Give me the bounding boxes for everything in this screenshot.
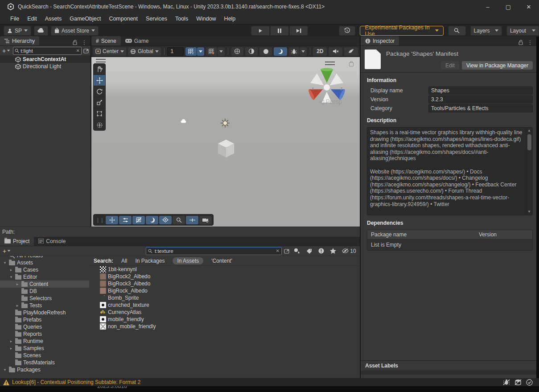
status-bar[interactable]: Lookup[6] - Contextual Positioning Subta… xyxy=(0,378,539,386)
clear-search-icon[interactable]: ✕ xyxy=(76,48,80,53)
field-value[interactable]: Tools/Particles & Effects xyxy=(428,104,533,112)
gizmo-lock-icon[interactable] xyxy=(349,62,354,66)
overlay-grip[interactable]: ❘❘ xyxy=(96,217,104,223)
tab-hierarchy[interactable]: Hierarchy xyxy=(0,36,39,45)
filter-option[interactable]: In Packages xyxy=(135,257,165,264)
filter-option[interactable]: All xyxy=(121,257,127,264)
audio-mute-toggle[interactable] xyxy=(329,47,342,56)
search-by-label-button[interactable] xyxy=(304,247,314,255)
tree-item[interactable]: TestMaterials xyxy=(0,359,89,366)
cube-object[interactable] xyxy=(218,140,234,157)
account-dropdown[interactable]: SP xyxy=(4,26,31,36)
tab-scene[interactable]: # Scene xyxy=(91,36,121,45)
view-options-overlay-toggle[interactable] xyxy=(119,216,132,224)
menu-item[interactable]: GameObject xyxy=(66,14,105,23)
shaded-wireframe-button[interactable] xyxy=(245,47,258,56)
camera-overlay-toggle[interactable] xyxy=(199,216,212,224)
search-by-import-log-button[interactable] xyxy=(316,247,326,255)
step-button[interactable] xyxy=(289,26,308,36)
hierarchy-item[interactable]: Directional Light ⋮ xyxy=(0,63,91,70)
hierarchy-item[interactable]: SearchContextAt ⋮ xyxy=(0,56,91,63)
tree-item[interactable]: Cases xyxy=(0,266,89,273)
gizmos-overlay-toggle[interactable] xyxy=(159,216,172,224)
debug-draw-button[interactable] xyxy=(289,47,299,56)
result-item[interactable]: non_mobile_friendly xyxy=(89,323,360,330)
tab-console[interactable]: Console xyxy=(34,236,70,246)
lock-icon[interactable] xyxy=(73,40,77,45)
grid-size-field[interactable]: 1 xyxy=(167,47,183,56)
result-item[interactable]: BigRock3_Albedo xyxy=(89,280,360,287)
grid-overlay-toggle[interactable] xyxy=(132,216,145,224)
tree-item[interactable]: Queries xyxy=(0,323,89,330)
lock-icon[interactable] xyxy=(518,40,523,45)
description-box[interactable]: Shapes is a real-time vector graphics li… xyxy=(367,127,533,215)
search-overlay-toggle[interactable] xyxy=(173,216,185,224)
2d-toggle[interactable]: 2D xyxy=(313,47,327,56)
menu-item[interactable]: Window xyxy=(192,14,220,23)
scene-visibility-button[interactable] xyxy=(259,47,272,56)
cache-disabled-icon[interactable] xyxy=(514,379,522,385)
asset-labels-header[interactable]: Asset Labels xyxy=(361,361,536,371)
pause-button[interactable] xyxy=(270,26,289,36)
description-scrollbar[interactable]: ▲ ▼ xyxy=(526,128,532,215)
search-by-type-button[interactable] xyxy=(292,247,302,255)
tab-inspector[interactable]: Inspector xyxy=(361,36,399,45)
tab-project[interactable]: Project xyxy=(0,236,34,246)
cloud-button[interactable] xyxy=(34,26,48,36)
filter-option[interactable]: In Assets xyxy=(173,257,203,264)
result-item[interactable]: mobile_friendly xyxy=(89,316,360,323)
snap-increment-button[interactable] xyxy=(206,47,217,56)
kebab-menu-icon[interactable]: ⋮ xyxy=(527,39,533,45)
directional-light-gizmo[interactable] xyxy=(221,119,230,128)
favorites-button[interactable] xyxy=(328,247,338,255)
result-item[interactable]: crunched_texture xyxy=(89,301,360,309)
move-tool-button[interactable] xyxy=(94,75,105,86)
tree-item[interactable]: Assets xyxy=(0,259,89,266)
tree-item[interactable]: Samples xyxy=(0,345,89,352)
result-item[interactable]: Bomb_Sprite xyxy=(89,294,360,301)
play-button[interactable] xyxy=(251,26,270,36)
lighting-overlay-toggle[interactable] xyxy=(146,216,158,224)
tools-settings-overlay-toggle[interactable] xyxy=(186,216,198,224)
debug-draw-dropdown[interactable] xyxy=(300,47,307,56)
tree-item[interactable]: Content xyxy=(0,281,89,288)
rotate-tool-button[interactable] xyxy=(94,86,105,97)
experimental-packages-dropdown[interactable]: Experimental Packages In Use xyxy=(360,26,444,36)
handle-rotation-dropdown[interactable]: Global xyxy=(128,47,161,56)
hierarchy-search-input[interactable] xyxy=(21,48,74,54)
result-item[interactable]: BigRock2_Albedo xyxy=(89,273,360,280)
undo-history-button[interactable] xyxy=(339,26,355,36)
rect-tool-button[interactable] xyxy=(94,108,105,120)
tree-item[interactable]: Runtime xyxy=(0,338,89,345)
tab-game[interactable]: Game xyxy=(121,36,153,45)
menu-item[interactable]: Tools xyxy=(171,14,192,23)
result-item[interactable]: BigRock_Albedo xyxy=(89,287,360,294)
tree-item[interactable]: PlayModeRefresh xyxy=(0,309,89,316)
tool-handle-position-dropdown[interactable]: Center xyxy=(93,47,126,56)
tree-item[interactable]: DB xyxy=(0,288,89,295)
tree-item[interactable]: All Prefabs xyxy=(0,256,89,259)
maximize-button[interactable]: ▢ xyxy=(498,0,518,13)
field-value[interactable]: 3.2.3 xyxy=(428,95,533,103)
tree-item[interactable]: Reports xyxy=(0,330,89,338)
tree-item[interactable]: Prefabs xyxy=(0,316,89,323)
scale-tool-button[interactable] xyxy=(94,97,105,108)
project-search-input[interactable] xyxy=(154,248,275,254)
menu-item[interactable]: Services xyxy=(142,14,171,23)
persp-label[interactable]: ◁Persp xyxy=(319,98,342,105)
menu-item[interactable]: Assets xyxy=(41,14,66,23)
tree-item[interactable]: Selectors xyxy=(0,295,89,302)
orientation-overlay-handle[interactable] xyxy=(325,62,335,65)
shading-mode-button[interactable] xyxy=(231,47,244,56)
minimize-button[interactable]: – xyxy=(477,0,498,13)
menu-item[interactable]: File xyxy=(6,14,23,23)
layout-dropdown[interactable]: Layout xyxy=(506,26,539,36)
tree-item[interactable]: Tests xyxy=(0,302,89,309)
grid-snapping-dropdown[interactable] xyxy=(197,47,204,56)
transform-tool-button[interactable] xyxy=(94,120,105,130)
effects-toggle[interactable] xyxy=(344,47,358,56)
result-item[interactable]: 1bit-kennynl xyxy=(89,266,360,273)
tree-item[interactable]: Editor xyxy=(0,273,89,281)
kebab-menu-icon[interactable]: ⋮ xyxy=(82,39,87,45)
pan-tool-button[interactable] xyxy=(94,64,105,75)
